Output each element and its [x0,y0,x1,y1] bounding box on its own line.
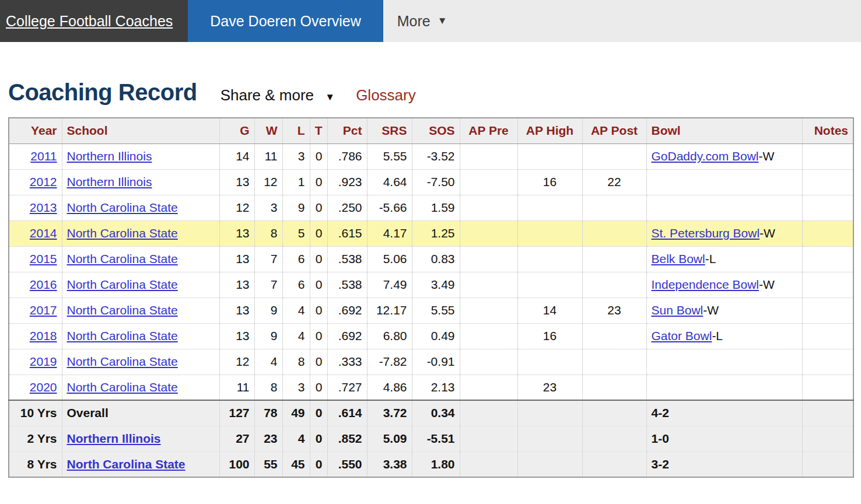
school-link[interactable]: North Carolina State [67,226,178,240]
cell-g: 11 [219,374,254,400]
bowl-link[interactable]: GoDaddy.com Bowl [652,149,759,163]
summary-cell-ap_high [517,452,582,477]
summary-cell-sos: 0.34 [412,400,460,426]
column-header-ap_high[interactable]: AP High [517,118,582,144]
bowl-link[interactable]: St. Petersburg Bowl [652,226,760,240]
column-header-g[interactable]: G [219,118,254,144]
share-more-dropdown[interactable]: Share & more ▼ [220,86,335,104]
cell-ap_high [517,195,582,220]
school-link[interactable]: North Carolina State [67,252,178,265]
table-row: 2011Northern Illinois141130.7865.55-3.52… [9,144,853,169]
year-link[interactable]: 2020 [30,380,57,394]
cell-t: 0 [310,298,327,323]
column-header-srs[interactable]: SRS [367,118,412,144]
column-header-t[interactable]: T [310,118,327,144]
summary-cell-srs: 3.72 [367,400,412,426]
school-link[interactable]: North Carolina State [67,329,178,342]
summary-cell-l: 49 [282,400,310,426]
cell-t: 0 [310,144,327,169]
summary-cell-pct: .614 [327,400,367,426]
table-row: 2013North Carolina State12390.250-5.661.… [9,195,853,220]
summary-cell-school: North Carolina State [62,452,219,477]
year-link[interactable]: 2018 [30,329,57,342]
cell-ap_post [582,220,646,246]
school-link[interactable]: North Carolina State [67,303,178,317]
summary-cell-ap_post [582,400,646,426]
summary-row: 10 YrsOverall12778490.6143.720.344-2 [9,400,853,426]
cell-ap_pre [460,246,517,272]
tab-dave-doeren-overview-label: Dave Doeren Overview [210,13,360,30]
cell-srs: 4.86 [367,374,412,400]
cell-school: North Carolina State [62,374,219,400]
column-header-bowl[interactable]: Bowl [646,118,802,144]
more-label: More [397,13,430,30]
chevron-down-icon: ▼ [438,15,447,27]
bowl-link[interactable]: Belk Bowl [652,252,705,265]
table-footer: 10 YrsOverall12778490.6143.720.344-22 Yr… [9,400,853,477]
table-row: 2020North Carolina State11830.7274.862.1… [9,374,853,400]
summary-school-link[interactable]: Northern Illinois [67,432,161,445]
summary-cell-ap_post [582,426,646,452]
cell-school: Northern Illinois [62,144,219,169]
cell-notes [802,220,853,246]
column-header-year[interactable]: Year [9,118,62,144]
cell-ap_pre [460,195,517,220]
cell-srs: 6.80 [367,323,412,349]
cell-ap_high: 16 [517,169,582,195]
cell-pct: .692 [327,323,367,349]
tab-dave-doeren-overview[interactable]: Dave Doeren Overview [188,0,383,42]
cell-w: 3 [254,195,282,220]
year-link[interactable]: 2011 [30,149,57,163]
cell-w: 12 [254,169,282,195]
bowl-link[interactable]: Gator Bowl [652,329,712,342]
bowl-link[interactable]: Independence Bowl [652,278,759,291]
cell-ap_post [582,272,646,298]
tab-college-football-coaches[interactable]: College Football Coaches [0,0,188,42]
cell-ap_pre [460,169,517,195]
school-link[interactable]: North Carolina State [67,380,178,394]
year-link[interactable]: 2012 [30,175,57,188]
cell-ap_pre [460,298,517,323]
year-link[interactable]: 2016 [30,278,57,291]
cell-sos: -0.91 [412,349,460,374]
school-link[interactable]: North Carolina State [67,278,178,291]
column-header-ap_pre[interactable]: AP Pre [460,118,517,144]
cell-t: 0 [310,349,327,374]
cell-pct: .615 [327,220,367,246]
year-link[interactable]: 2019 [30,355,57,368]
column-header-w[interactable]: W [254,118,282,144]
column-header-l[interactable]: L [282,118,310,144]
cell-l: 5 [282,220,310,246]
school-link[interactable]: Northern Illinois [67,149,152,163]
cell-ap_post [582,144,646,169]
cell-notes [802,246,853,272]
column-header-ap_post[interactable]: AP Post [582,118,646,144]
cell-g: 13 [219,323,254,349]
cell-school: North Carolina State [62,272,219,298]
bowl-link[interactable]: Sun Bowl [652,303,704,317]
summary-cell-sos: 1.80 [412,452,460,477]
cell-year: 2011 [9,144,62,169]
summary-school-link[interactable]: North Carolina State [67,457,186,471]
school-link[interactable]: Northern Illinois [67,175,152,188]
year-link[interactable]: 2015 [30,252,57,265]
school-link[interactable]: North Carolina State [67,355,178,368]
cell-year: 2019 [9,349,62,374]
bowl-result: -W [703,303,719,317]
column-header-school[interactable]: School [62,118,219,144]
year-link[interactable]: 2014 [30,226,57,240]
summary-cell-srs: 5.09 [367,426,412,452]
cell-sos: 1.59 [412,195,460,220]
column-header-notes[interactable]: Notes [802,118,853,144]
column-header-sos[interactable]: SOS [412,118,460,144]
column-header-pct[interactable]: Pct [327,118,367,144]
summary-cell-w: 23 [254,426,282,452]
cell-ap_high: 23 [517,374,582,400]
glossary-link[interactable]: Glossary [356,86,416,104]
year-link[interactable]: 2017 [30,303,57,317]
school-link[interactable]: North Carolina State [67,201,178,214]
more-dropdown[interactable]: More ▼ [397,0,447,42]
year-link[interactable]: 2013 [30,201,57,214]
summary-row: 2 YrsNorthern Illinois272340.8525.09-5.5… [9,426,853,452]
cell-sos: 1.25 [412,220,460,246]
